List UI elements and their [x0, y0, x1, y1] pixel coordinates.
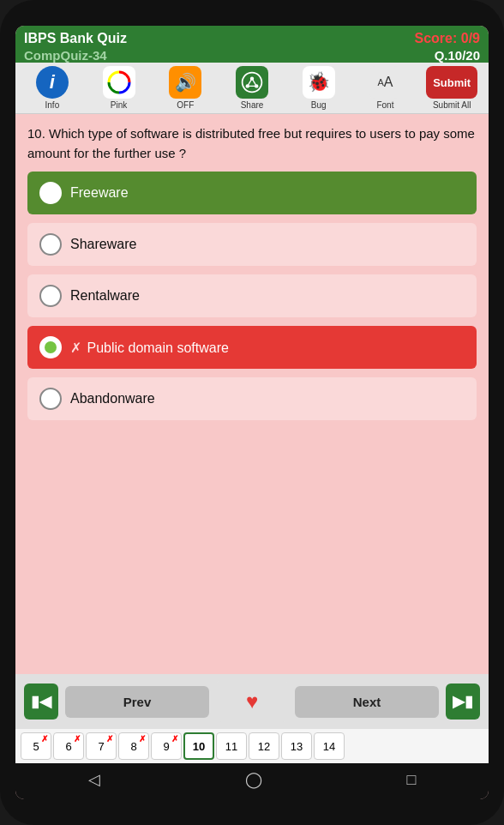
next-button[interactable]: Next [295, 686, 439, 718]
page-13[interactable]: 13 [281, 732, 312, 760]
prev-label: Prev [123, 695, 152, 709]
toolbar-share[interactable]: Share [220, 66, 284, 110]
toolbar-submit[interactable]: Submit Submit All [420, 66, 483, 110]
x-mark-9: ✗ [171, 734, 178, 744]
radio-c [39, 285, 62, 307]
svg-line-5 [252, 79, 256, 87]
option-e[interactable]: Abandonware [27, 377, 477, 420]
info-label: Info [45, 100, 60, 110]
bug-label: Bug [311, 100, 327, 110]
question-area: 10. Which type of software is distribute… [15, 114, 489, 172]
off-icon: 🔊 [169, 66, 201, 99]
page-8[interactable]: ✗ 8 [118, 732, 149, 760]
bottom-nav: ▮◀ Prev ♥ Next ▶▮ [15, 674, 489, 729]
option-a-label: Freeware [70, 185, 129, 201]
score: Score: 0/9 [415, 31, 480, 46]
radio-e [39, 388, 62, 410]
toolbar-bug[interactable]: 🐞 Bug [287, 66, 351, 110]
svg-line-4 [248, 79, 252, 87]
system-bar: ◁ ◯ □ [15, 763, 489, 799]
x-mark-8: ✗ [139, 734, 146, 744]
recents-button[interactable]: □ [407, 771, 417, 789]
page-7[interactable]: ✗ 7 [86, 732, 117, 760]
share-label: Share [241, 100, 264, 110]
submit-label: Submit All [433, 100, 471, 110]
toolbar-info[interactable]: i Info [21, 66, 84, 110]
info-icon: i [36, 66, 69, 99]
page-12[interactable]: 12 [249, 732, 279, 760]
x-mark-7: ✗ [106, 734, 113, 744]
pagination: ✗ 5 ✗ 6 ✗ 7 ✗ 8 ✗ 9 10 11 [15, 729, 489, 763]
wrong-mark: ✗ [70, 340, 85, 355]
page-9[interactable]: ✗ 9 [151, 732, 182, 760]
phone-frame: IBPS Bank Quiz Score: 0/9 CompQuiz-34 Q.… [0, 0, 504, 825]
page-14[interactable]: 14 [314, 732, 345, 760]
page-5[interactable]: ✗ 5 [21, 732, 51, 760]
skip-next-button[interactable]: ▶▮ [446, 683, 480, 720]
toolbar-font[interactable]: AA Font [354, 66, 417, 110]
radio-a [39, 182, 62, 204]
pink-icon [103, 66, 135, 99]
next-label: Next [353, 695, 381, 709]
page-10[interactable]: 10 [183, 732, 214, 760]
option-c[interactable]: Rentalware [27, 274, 477, 317]
question-text: 10. Which type of software is distribute… [27, 126, 475, 160]
option-d[interactable]: ✗ Public domain software [27, 326, 477, 369]
header: IBPS Bank Quiz Score: 0/9 CompQuiz-34 Q.… [15, 26, 489, 63]
submit-icon: Submit [426, 66, 477, 99]
home-button[interactable]: ◯ [245, 770, 262, 789]
radio-b [39, 233, 62, 256]
x-mark-5: ✗ [41, 734, 48, 744]
toolbar-pink[interactable]: Pink [87, 66, 151, 110]
toolbar-off[interactable]: 🔊 OFF [153, 66, 217, 110]
app-title: IBPS Bank Quiz [24, 31, 127, 46]
screen: IBPS Bank Quiz Score: 0/9 CompQuiz-34 Q.… [15, 26, 489, 799]
bug-icon: 🐞 [303, 66, 335, 99]
share-icon [236, 66, 268, 99]
radio-d [39, 336, 62, 358]
off-label: OFF [177, 100, 194, 110]
prev-button[interactable]: Prev [65, 686, 209, 718]
pink-label: Pink [111, 100, 127, 110]
option-b[interactable]: Shareware [27, 223, 477, 266]
page-11[interactable]: 11 [216, 732, 247, 760]
options-area: Freeware Shareware Rentalware ✗ Public d… [15, 172, 489, 420]
option-e-label: Abandonware [70, 391, 155, 406]
toolbar: i Info Pink 🔊 OFF [15, 63, 489, 114]
question-number: 10. [27, 126, 49, 141]
question-num: Q.10/20 [435, 48, 480, 63]
quiz-id: CompQuiz-34 [24, 48, 107, 63]
x-mark-6: ✗ [74, 734, 81, 744]
page-6[interactable]: ✗ 6 [53, 732, 84, 760]
back-button[interactable]: ◁ [88, 770, 100, 789]
heart-button[interactable]: ♥ [216, 681, 288, 722]
font-label: Font [376, 100, 393, 110]
option-a[interactable]: Freeware [27, 172, 477, 214]
option-d-label: ✗ Public domain software [70, 340, 229, 356]
font-icon: AA [369, 66, 401, 99]
skip-prev-button[interactable]: ▮◀ [24, 683, 58, 720]
option-c-label: Rentalware [70, 288, 140, 304]
radio-d-inner [45, 341, 57, 353]
heart-icon: ♥ [246, 690, 258, 714]
option-b-label: Shareware [70, 237, 136, 252]
